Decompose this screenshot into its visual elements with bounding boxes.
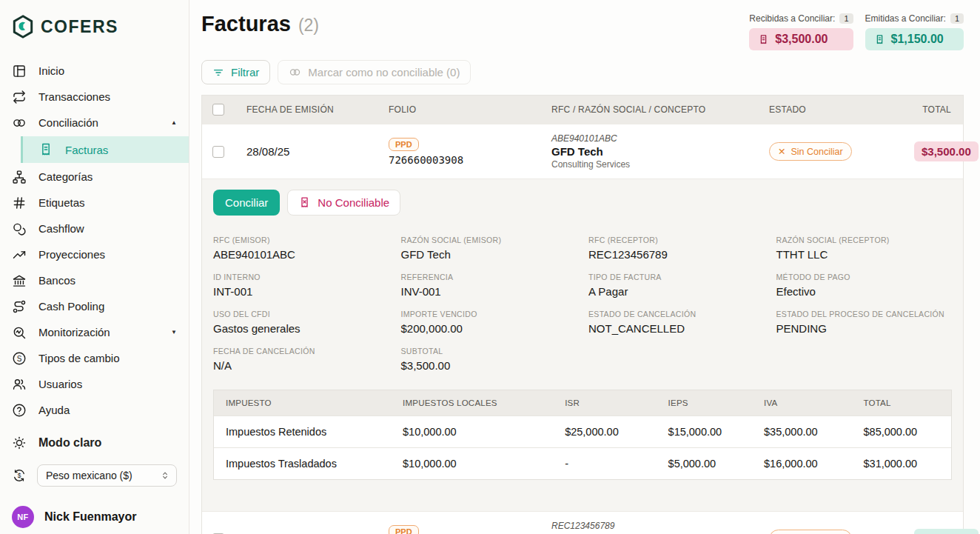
field-value: NOT_CANCELLED [588,322,765,335]
sidebar-item-cashflow[interactable]: Cashflow [0,216,189,241]
sidebar-item-cash-pooling[interactable]: Cash Pooling [0,293,189,319]
select-all-checkbox[interactable] [212,104,224,116]
currency-select[interactable]: Peso mexicano ($) [37,464,177,487]
field-label: FECHA DE CANCELACIÓN [213,347,389,356]
main-content: Facturas (2) Recibidas a Conciliar: 1 $3… [189,0,980,534]
ppd-badge: PPD [389,138,419,151]
field-label: ESTADO DE CANCELACIÓN [588,310,765,318]
invoice-row[interactable]: 28/08/25 PPD 726660003908 ABE940101ABC G… [202,124,963,178]
not-reconcilable-button[interactable]: No Conciliable [287,190,400,216]
sidebar-item-proyecciones[interactable]: Proyecciones [0,241,189,267]
mark-not-reconcilable-button[interactable]: Marcar como no conciliable (0) [278,60,471,84]
tax-cell: $10,000.00 [391,416,553,447]
sidebar: COFERS Inicio Transacciones Conciliación… [0,0,189,534]
invoice-table: FECHA DE EMISIÓN FOLIO RFC / RAZÓN SOCIA… [201,95,964,534]
field-label: USO DEL CFDI [213,310,389,318]
field-label: RAZÓN SOCIAL (EMISOR) [401,236,577,244]
sidebar-item-label: Proyecciones [38,248,105,261]
invoice-folio-cell: PPD 583579483447 [377,525,540,534]
detail-field: RFC (EMISOR)ABE940101ABC [213,236,389,261]
detail-field: ESTADO DE CANCELACIÓNNOT_CANCELLED [588,310,765,335]
invoice-row[interactable]: 28/08/25 PPD 583579483447 REC123456789 G… [202,511,963,534]
help-circle-icon [12,403,27,418]
bank-icon [12,273,27,288]
invoice-table-header: FECHA DE EMISIÓN FOLIO RFC / RAZÓN SOCIA… [202,96,963,124]
detail-field: ESTADO DEL PROCESO DE CANCELACIÓNPENDING [776,310,953,335]
user-name: Nick Fuenmayor [44,510,136,524]
sidebar-item-categorias[interactable]: Categorías [0,164,189,190]
sun-icon [12,435,27,450]
field-label: RAZÓN SOCIAL (RECEPTOR) [776,236,953,244]
sidebar-item-transacciones[interactable]: Transacciones [0,84,189,110]
theme-toggle-button[interactable]: Modo claro [0,430,189,455]
field-value: Gastos generales [213,322,389,335]
received-amount-pill: $3,500.00 [749,28,853,50]
invoice-folio-cell: PPD 726660003908 [377,138,540,166]
sidebar-item-label: Bancos [38,274,75,287]
detail-field: TIPO DE FACTURAA Pagar [588,273,765,298]
tax-cell: Impuestos Retenidos [214,416,391,447]
sidebar-item-monitorizacion[interactable]: Monitorización ▼ [0,319,189,345]
field-value: INT-001 [213,285,389,298]
field-value: TTHT LLC [776,248,953,261]
receipt-icon [758,34,769,45]
field-label: MÉTODO DE PAGO [776,273,953,281]
page-title: Facturas (2) [201,12,319,36]
field-label: IMPORTE VENCIDO [401,310,577,318]
currency-select-value: Peso mexicano ($) [46,470,132,481]
sidebar-item-conciliacion[interactable]: Conciliación ▲ [0,110,189,136]
emitted-label-text: Emitidas a Conciliar: [865,13,946,24]
detail-actions: Conciliar No Conciliable [213,190,952,216]
detail-field: SUBTOTAL$3,500.00 [401,347,577,372]
field-value: ABE940101ABC [213,248,389,261]
receipt-x-icon [298,196,311,209]
detail-field: ID INTERNOINT-001 [213,273,389,298]
sidebar-item-etiquetas[interactable]: Etiquetas [0,190,189,216]
filter-icon [212,67,224,79]
route-icon [12,299,27,314]
row-checkbox[interactable] [212,146,224,158]
sidebar-item-bancos[interactable]: Bancos [0,267,189,293]
sidebar-item-label: Usuarios [38,378,82,390]
emitted-amount: $1,150.00 [891,33,944,46]
tax-cell: - [553,448,656,479]
sidebar-item-label: Ayuda [38,404,70,416]
emitted-summary-label: Emitidas a Conciliar: 1 [865,13,964,24]
mark-not-reconcilable-label: Marcar como no conciliable (0) [308,66,460,79]
sidebar-item-inicio[interactable]: Inicio [0,58,189,84]
emitted-count-badge: 1 [950,13,964,24]
tax-cell: $25,000.00 [553,416,656,447]
field-label: REFERENCIA [401,273,577,281]
invoice-folio: 726660003908 [389,154,463,166]
hash-icon [12,196,27,210]
overlapping-circles-icon [289,66,301,79]
field-label: ESTADO DEL PROCESO DE CANCELACIÓN [776,310,953,318]
user-menu[interactable]: NF Nick Fuenmayor [0,498,189,531]
trending-up-icon [12,247,27,262]
sidebar-item-tipos-de-cambio[interactable]: S Tipos de cambio [0,345,189,371]
sidebar-item-ayuda[interactable]: Ayuda [0,397,189,423]
coins-icon [12,221,27,236]
chevron-down-icon[interactable]: ▼ [171,329,177,336]
invoice-rfc: ABE940101ABC [551,133,757,144]
sidebar-item-label: Conciliación [38,116,98,129]
sidebar-item-label: Monitorización [38,326,110,338]
filter-button[interactable]: Filtrar [201,60,270,84]
brand-name: COFERS [41,17,118,37]
tax-column-iva: IVA [752,390,851,415]
field-value: INV-001 [401,285,577,298]
tax-cell: $5,000.00 [657,448,752,479]
chevron-up-icon[interactable]: ▲ [171,119,177,126]
column-header-estado: ESTADO [757,104,914,115]
tax-cell: $85,000.00 [852,416,951,447]
field-label: RFC (RECEPTOR) [588,236,765,244]
column-header-folio: FOLIO [377,104,540,115]
field-value: $200,000.00 [401,322,577,335]
reconcile-button[interactable]: Conciliar [213,190,280,216]
currency-row: $ Peso mexicano ($) [0,458,189,493]
toolbar: Filtrar Marcar como no conciliable (0) [201,60,964,84]
sidebar-item-facturas[interactable]: Facturas [21,136,189,163]
sidebar-item-usuarios[interactable]: Usuarios [0,371,189,397]
sidebar-item-label: Facturas [65,144,108,156]
status-text: Sin Conciliar [791,147,842,157]
